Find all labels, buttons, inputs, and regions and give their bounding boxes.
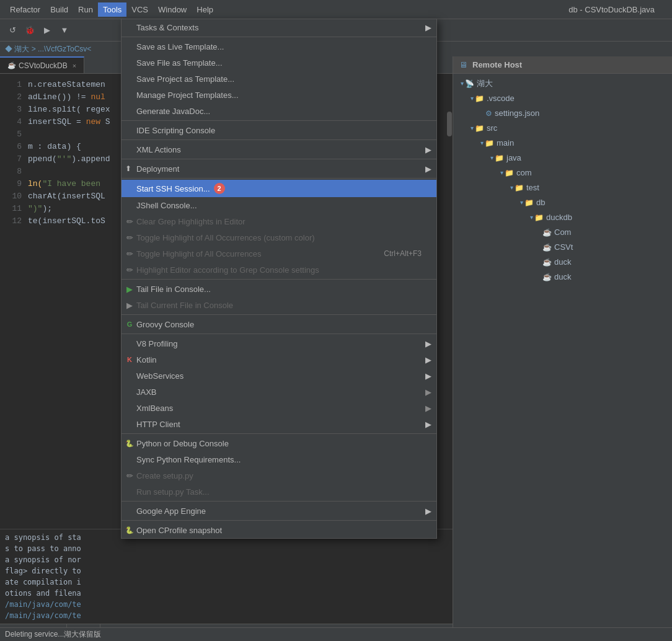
pencil-icon: ✏	[125, 217, 134, 226]
pencil-icon: ✏	[125, 249, 134, 258]
menu-sync-python[interactable]: Sync Python Requirements...	[122, 451, 436, 467]
menu-kotlin[interactable]: K Kotlin ▶	[122, 351, 436, 368]
menu-ide-scripting[interactable]: IDE Scripting Console	[122, 122, 436, 138]
submenu-arrow: ▶	[425, 371, 431, 381]
pencil-icon: ✏	[125, 233, 134, 242]
menu-jshell[interactable]: JShell Console...	[122, 197, 436, 213]
menu-google[interactable]: Google App Engine ▶	[122, 503, 436, 519]
menu-xmlbeans[interactable]: XmlBeans ▶	[122, 400, 436, 416]
deployment-icon: ⬆	[125, 164, 131, 173]
menu-manage-templates[interactable]: Manage Project Templates...	[122, 87, 436, 103]
submenu-arrow: ▶	[425, 339, 431, 348]
submenu-arrow: ▶	[425, 387, 431, 397]
submenu-arrow: ▶	[425, 355, 431, 365]
python-icon: 🐍	[125, 526, 134, 534]
menu-run-setup[interactable]: Run setup.py Task...	[122, 484, 436, 500]
menu-groovy[interactable]: G Groovy Console	[122, 316, 436, 332]
menu-tasks[interactable]: Tasks & Contexts ▶	[122, 19, 436, 35]
kotlin-icon: K	[125, 355, 134, 364]
menu-sep	[122, 334, 436, 334]
submenu-arrow: ▶	[425, 404, 431, 413]
pencil-icon: ✏	[125, 471, 134, 480]
shortcut-text: Ctrl+Alt+F3	[384, 249, 422, 258]
menu-overlay: Tasks & Contexts ▶ Save as Live Template…	[0, 0, 672, 641]
menu-webservices[interactable]: WebServices ▶	[122, 368, 436, 384]
menu-clear-grep[interactable]: ✏ Clear Grep Highlights in Editor	[122, 213, 436, 229]
menu-sep	[122, 178, 436, 179]
submenu-arrow: ▶	[425, 506, 431, 516]
submenu-arrow: ▶	[425, 420, 431, 429]
menu-sep	[122, 159, 436, 159]
menu-sep	[122, 279, 436, 280]
play-icon: ▶	[125, 301, 134, 309]
menu-sep	[122, 520, 436, 521]
menu-cprofile[interactable]: 🐍 Open CProfile snapshot	[122, 522, 436, 538]
menu-sep	[122, 433, 436, 434]
tools-dropdown: Tasks & Contexts ▶ Save as Live Template…	[121, 19, 437, 539]
submenu-arrow: ▶	[425, 164, 431, 174]
menu-sep	[122, 120, 436, 121]
menu-python[interactable]: 🐍 Python or Debug Console	[122, 435, 436, 451]
menu-highlight-grep[interactable]: ✏ Highlight Editor according to Grep Con…	[122, 262, 436, 278]
submenu-arrow: ▶	[425, 23, 431, 32]
menu-sep	[122, 139, 436, 140]
menu-save-file[interactable]: Save File as Template...	[122, 55, 436, 71]
pencil-icon: ✏	[125, 265, 134, 274]
menu-jaxb[interactable]: JAXB ▶	[122, 384, 436, 400]
menu-toggle-all[interactable]: ✏ Toggle Highlight of All Occurrences Ct…	[122, 245, 436, 262]
menu-ssh-session[interactable]: Start SSH Session... 2	[122, 180, 436, 197]
menu-tail-current[interactable]: ▶ Tail Current File in Console	[122, 297, 436, 313]
menu-sep	[122, 314, 436, 315]
groovy-icon: G	[125, 320, 134, 329]
menu-sep	[122, 37, 436, 37]
python-icon: 🐍	[125, 439, 134, 448]
menu-v8[interactable]: V8 Profiling ▶	[122, 335, 436, 351]
play-icon: ▶	[125, 285, 134, 293]
submenu-arrow: ▶	[425, 145, 431, 154]
menu-gen-javadoc[interactable]: Generate JavaDoc...	[122, 103, 436, 119]
menu-create-setup[interactable]: ✏ Create setup.py	[122, 467, 436, 484]
menu-deployment[interactable]: ⬆ Deployment ▶	[122, 161, 436, 177]
menu-xml-actions[interactable]: XML Actions ▶	[122, 141, 436, 157]
menu-save-live[interactable]: Save as Live Template...	[122, 38, 436, 55]
menu-toggle-all-custom[interactable]: ✏ Toggle Highlight of All Occurrences (c…	[122, 229, 436, 245]
ssh-badge: 2	[214, 183, 225, 194]
menu-save-project[interactable]: Save Project as Template...	[122, 71, 436, 87]
menu-http[interactable]: HTTP Client ▶	[122, 416, 436, 432]
menu-tail-file[interactable]: ▶ Tail File in Console...	[122, 281, 436, 297]
menu-sep	[122, 501, 436, 502]
